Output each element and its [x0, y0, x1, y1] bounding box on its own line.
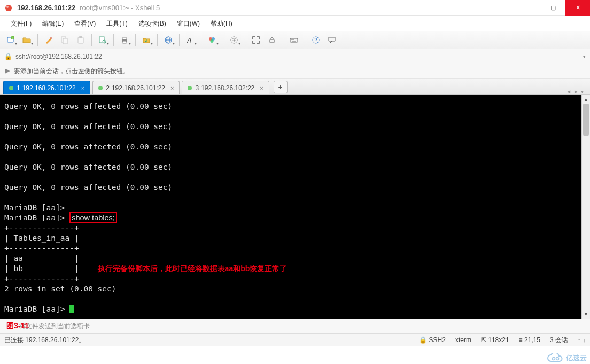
menu-help[interactable]: 帮助(H)	[205, 17, 238, 30]
tab-nav-arrows: ◄ ► ▾	[566, 89, 587, 94]
print-icon[interactable]	[117, 33, 132, 47]
uplink-icon: ↑	[578, 337, 581, 343]
svg-rect-10	[99, 37, 104, 43]
svg-rect-14	[123, 37, 126, 39]
downlink-icon: ↓	[583, 337, 586, 343]
copy-icon[interactable]	[57, 33, 72, 47]
lock-icon[interactable]	[265, 33, 280, 47]
open-icon[interactable]	[19, 33, 34, 47]
globe-icon[interactable]	[161, 33, 176, 47]
status-dot-icon	[188, 86, 192, 90]
menu-edit[interactable]: 编辑(E)	[37, 17, 69, 30]
keyboard-icon[interactable]	[286, 33, 301, 47]
minimize-button[interactable]: —	[516, 0, 541, 16]
encoding-icon[interactable]: 字	[227, 33, 242, 47]
window-buttons: — ▢ ✕	[516, 0, 590, 16]
compose-placeholder: 将文件发送到当前选项卡	[19, 322, 90, 331]
font-icon[interactable]: A	[183, 33, 198, 47]
address-dropdown-icon[interactable]: ▾	[583, 54, 586, 59]
svg-text:+: +	[12, 36, 14, 39]
info-arrow-icon[interactable]: ⯈	[4, 68, 11, 75]
find-icon[interactable]	[95, 33, 110, 47]
status-size: ⇱ 118x21	[481, 336, 509, 344]
terminal[interactable]: Query OK, 0 rows affected (0.00 sec) Que…	[0, 95, 581, 319]
session-tab-3[interactable]: 3 192.168.26.102:22 ×	[182, 81, 269, 94]
address-bar[interactable]: 🔒 ssh://root@192.168.26.101:22 ▾	[0, 49, 590, 64]
status-term: xterm	[455, 336, 471, 344]
scroll-up-icon[interactable]: ▲	[582, 95, 590, 104]
new-session-icon[interactable]: +	[3, 33, 18, 47]
watermark-text: 亿速云	[566, 353, 587, 363]
status-bar: 已连接 192.168.26.101:22。 🔒 SSH2 xterm ⇱ 11…	[0, 334, 590, 346]
session-tab-2[interactable]: 2 192.168.26.101:22 ×	[92, 81, 180, 94]
scroll-thumb[interactable]	[583, 104, 589, 136]
menu-window[interactable]: 窗口(W)	[172, 17, 205, 30]
toolbar-separator	[37, 34, 38, 46]
svg-text:字: 字	[232, 38, 236, 43]
session-tab-1[interactable]: 1 192.168.26.101:22 ×	[3, 81, 90, 94]
status-dot-icon	[98, 86, 103, 90]
fullscreen-icon[interactable]	[249, 33, 263, 47]
maximize-button[interactable]: ▢	[541, 0, 565, 16]
tab-number: 1	[17, 84, 20, 92]
titlebar: 192.168.26.101:22 root@vms001:~ - Xshell…	[0, 0, 590, 16]
lock-small-icon: 🔒	[4, 53, 12, 60]
status-indicator-icons: ↑ ↓	[578, 337, 586, 343]
toolbar-separator	[283, 34, 283, 46]
tab-prev-icon[interactable]: ◄	[566, 89, 571, 94]
tab-close-icon[interactable]: ×	[81, 85, 84, 91]
toolbar-separator	[157, 34, 158, 46]
tab-next-icon[interactable]: ►	[573, 89, 579, 94]
watermark: 亿速云	[547, 353, 587, 363]
menu-tools[interactable]: 工具(T)	[101, 17, 133, 30]
new-tab-button[interactable]: +	[274, 81, 288, 93]
tab-number: 3	[195, 84, 199, 92]
tab-close-icon[interactable]: ×	[260, 85, 263, 91]
help-icon[interactable]: ?	[308, 33, 323, 47]
tab-close-icon[interactable]: ×	[170, 85, 174, 91]
title-suffix: root@vms001:~ - Xshell 5	[80, 4, 160, 12]
toolbar: + A 字 ?	[0, 31, 590, 49]
address-text: ssh://root@192.168.26.101:22	[15, 53, 102, 60]
speech-icon[interactable]	[324, 33, 339, 47]
scroll-down-icon[interactable]: ▼	[582, 310, 590, 319]
menu-tabs[interactable]: 选项卡(B)	[133, 17, 172, 30]
status-proto: 🔒 SSH2	[419, 336, 446, 344]
tab-label: 192.168.26.102:22	[201, 84, 254, 92]
tab-label: 192.168.26.101:22	[22, 84, 76, 92]
toolbar-separator	[245, 34, 245, 46]
tab-label: 192.168.26.101:22	[112, 84, 165, 92]
svg-rect-7	[63, 38, 67, 44]
transfer-icon[interactable]	[139, 33, 154, 47]
svg-rect-8	[78, 37, 83, 43]
info-text: 要添加当前会话，点击左侧的箭头按钮。	[14, 67, 129, 76]
compose-input-bar[interactable]: 图3-11 将文件发送到当前选项卡	[0, 319, 590, 334]
toolbar-separator	[113, 34, 114, 46]
app-icon	[4, 4, 13, 12]
tab-list-icon[interactable]: ▾	[581, 89, 584, 94]
menu-view[interactable]: 查看(V)	[69, 17, 101, 30]
paste-icon[interactable]	[73, 33, 88, 47]
vertical-scrollbar[interactable]: ▲ ▼	[581, 95, 590, 319]
svg-text:?: ?	[314, 37, 317, 43]
svg-point-22	[211, 39, 214, 43]
svg-line-12	[105, 43, 106, 44]
toolbar-separator	[305, 34, 305, 46]
svg-rect-26	[290, 38, 298, 42]
status-sessions: 3 会话	[550, 336, 568, 345]
figure-label: 图3-11	[6, 321, 29, 331]
status-pos: ≡ 21,15	[519, 336, 540, 344]
color-icon[interactable]	[205, 33, 220, 47]
close-button[interactable]: ✕	[565, 0, 590, 16]
tab-number: 2	[106, 84, 110, 92]
title-host: 192.168.26.101:22	[17, 4, 75, 12]
menu-file[interactable]: 文件(F)	[5, 17, 37, 30]
svg-point-34	[556, 358, 559, 360]
terminal-area: Query OK, 0 rows affected (0.00 sec) Que…	[0, 95, 590, 319]
svg-point-33	[553, 358, 555, 360]
tab-bar: 1 192.168.26.101:22 × 2 192.168.26.101:2…	[0, 79, 590, 95]
svg-rect-15	[123, 41, 126, 43]
toolbar-separator	[223, 34, 223, 46]
svg-point-1	[6, 6, 9, 8]
props-icon[interactable]	[41, 33, 56, 47]
